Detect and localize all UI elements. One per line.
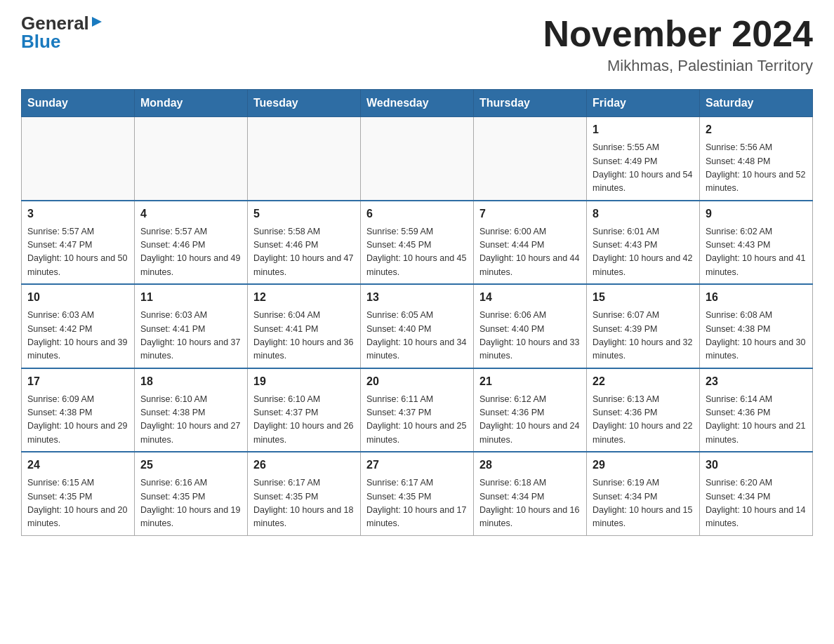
day-number: 6 bbox=[366, 206, 468, 222]
calendar-cell: 13Sunrise: 6:05 AM Sunset: 4:40 PM Dayli… bbox=[361, 284, 474, 368]
day-number: 1 bbox=[593, 121, 694, 138]
day-info: Sunrise: 6:19 AM Sunset: 4:34 PM Dayligh… bbox=[593, 476, 694, 531]
day-info: Sunrise: 6:00 AM Sunset: 4:44 PM Dayligh… bbox=[479, 225, 581, 280]
calendar-cell: 12Sunrise: 6:04 AM Sunset: 4:41 PM Dayli… bbox=[248, 284, 361, 368]
day-info: Sunrise: 6:06 AM Sunset: 4:40 PM Dayligh… bbox=[479, 309, 581, 363]
calendar-week-1: 1Sunrise: 5:55 AM Sunset: 4:49 PM Daylig… bbox=[22, 117, 813, 201]
calendar-cell: 27Sunrise: 6:17 AM Sunset: 4:35 PM Dayli… bbox=[361, 452, 474, 535]
day-number: 28 bbox=[479, 457, 581, 474]
day-number: 17 bbox=[27, 373, 128, 390]
day-number: 30 bbox=[706, 457, 807, 474]
day-number: 7 bbox=[479, 206, 581, 222]
calendar-cell: 7Sunrise: 6:00 AM Sunset: 4:44 PM Daylig… bbox=[474, 201, 587, 285]
calendar-cell: 26Sunrise: 6:17 AM Sunset: 4:35 PM Dayli… bbox=[248, 452, 361, 535]
day-info: Sunrise: 5:55 AM Sunset: 4:49 PM Dayligh… bbox=[593, 141, 694, 196]
day-info: Sunrise: 6:07 AM Sunset: 4:39 PM Dayligh… bbox=[593, 309, 694, 363]
calendar-cell: 14Sunrise: 6:06 AM Sunset: 4:40 PM Dayli… bbox=[474, 284, 587, 368]
header-sunday: Sunday bbox=[22, 90, 135, 117]
day-info: Sunrise: 6:13 AM Sunset: 4:36 PM Dayligh… bbox=[593, 393, 694, 448]
calendar-cell: 2Sunrise: 5:56 AM Sunset: 4:48 PM Daylig… bbox=[700, 117, 813, 201]
calendar-table: SundayMondayTuesdayWednesdayThursdayFrid… bbox=[21, 89, 813, 536]
calendar-cell: 18Sunrise: 6:10 AM Sunset: 4:38 PM Dayli… bbox=[135, 368, 248, 452]
calendar-cell: 30Sunrise: 6:20 AM Sunset: 4:34 PM Dayli… bbox=[700, 452, 813, 535]
day-info: Sunrise: 6:12 AM Sunset: 4:36 PM Dayligh… bbox=[479, 393, 581, 448]
sub-title: Mikhmas, Palestinian Territory bbox=[543, 57, 813, 75]
calendar-cell: 23Sunrise: 6:14 AM Sunset: 4:36 PM Dayli… bbox=[700, 368, 813, 452]
day-info: Sunrise: 6:01 AM Sunset: 4:43 PM Dayligh… bbox=[593, 225, 694, 280]
calendar-cell: 25Sunrise: 6:16 AM Sunset: 4:35 PM Dayli… bbox=[135, 452, 248, 535]
calendar-cell: 8Sunrise: 6:01 AM Sunset: 4:43 PM Daylig… bbox=[587, 201, 700, 285]
calendar-cell: 1Sunrise: 5:55 AM Sunset: 4:49 PM Daylig… bbox=[587, 117, 700, 201]
day-number: 24 bbox=[27, 457, 128, 474]
logo-triangle-icon bbox=[91, 15, 103, 28]
header-wednesday: Wednesday bbox=[361, 90, 474, 117]
day-info: Sunrise: 5:57 AM Sunset: 4:47 PM Dayligh… bbox=[27, 225, 128, 280]
day-number: 27 bbox=[366, 457, 468, 474]
day-info: Sunrise: 6:11 AM Sunset: 4:37 PM Dayligh… bbox=[366, 393, 468, 448]
logo-blue-text: Blue bbox=[21, 32, 60, 51]
day-info: Sunrise: 6:17 AM Sunset: 4:35 PM Dayligh… bbox=[366, 476, 468, 531]
header-saturday: Saturday bbox=[700, 90, 813, 117]
day-number: 3 bbox=[27, 206, 128, 222]
calendar-cell: 10Sunrise: 6:03 AM Sunset: 4:42 PM Dayli… bbox=[22, 284, 135, 368]
calendar-cell bbox=[361, 117, 474, 201]
calendar-cell: 29Sunrise: 6:19 AM Sunset: 4:34 PM Dayli… bbox=[587, 452, 700, 535]
day-info: Sunrise: 5:56 AM Sunset: 4:48 PM Dayligh… bbox=[706, 141, 807, 196]
day-number: 13 bbox=[366, 289, 468, 306]
day-number: 21 bbox=[479, 373, 581, 390]
calendar-cell: 5Sunrise: 5:58 AM Sunset: 4:46 PM Daylig… bbox=[248, 201, 361, 285]
day-info: Sunrise: 6:17 AM Sunset: 4:35 PM Dayligh… bbox=[253, 476, 355, 531]
day-info: Sunrise: 6:04 AM Sunset: 4:41 PM Dayligh… bbox=[253, 309, 355, 363]
calendar-cell bbox=[474, 117, 587, 201]
calendar-week-4: 17Sunrise: 6:09 AM Sunset: 4:38 PM Dayli… bbox=[22, 368, 813, 452]
day-number: 5 bbox=[253, 206, 355, 222]
day-number: 29 bbox=[593, 457, 694, 474]
day-number: 16 bbox=[706, 289, 807, 306]
day-info: Sunrise: 5:59 AM Sunset: 4:45 PM Dayligh… bbox=[366, 225, 468, 280]
day-info: Sunrise: 6:10 AM Sunset: 4:37 PM Dayligh… bbox=[253, 393, 355, 448]
day-info: Sunrise: 6:02 AM Sunset: 4:43 PM Dayligh… bbox=[706, 225, 807, 280]
title-area: November 2024 Mikhmas, Palestinian Terri… bbox=[543, 14, 813, 75]
header-friday: Friday bbox=[587, 90, 700, 117]
day-info: Sunrise: 6:03 AM Sunset: 4:41 PM Dayligh… bbox=[140, 309, 241, 363]
day-info: Sunrise: 6:14 AM Sunset: 4:36 PM Dayligh… bbox=[706, 393, 807, 448]
header-tuesday: Tuesday bbox=[248, 90, 361, 117]
day-info: Sunrise: 5:58 AM Sunset: 4:46 PM Dayligh… bbox=[253, 225, 355, 280]
day-number: 2 bbox=[706, 121, 807, 138]
logo-general-text: General bbox=[21, 14, 89, 32]
calendar-cell: 20Sunrise: 6:11 AM Sunset: 4:37 PM Dayli… bbox=[361, 368, 474, 452]
day-number: 26 bbox=[253, 457, 355, 474]
svg-marker-0 bbox=[92, 17, 102, 27]
day-number: 8 bbox=[593, 206, 694, 222]
calendar-cell: 28Sunrise: 6:18 AM Sunset: 4:34 PM Dayli… bbox=[474, 452, 587, 535]
calendar-week-5: 24Sunrise: 6:15 AM Sunset: 4:35 PM Dayli… bbox=[22, 452, 813, 535]
day-number: 25 bbox=[140, 457, 241, 474]
day-info: Sunrise: 6:08 AM Sunset: 4:38 PM Dayligh… bbox=[706, 309, 807, 363]
calendar-week-3: 10Sunrise: 6:03 AM Sunset: 4:42 PM Dayli… bbox=[22, 284, 813, 368]
calendar-week-2: 3Sunrise: 5:57 AM Sunset: 4:47 PM Daylig… bbox=[22, 201, 813, 285]
header: General Blue November 2024 Mikhmas, Pale… bbox=[21, 14, 813, 75]
calendar-cell: 19Sunrise: 6:10 AM Sunset: 4:37 PM Dayli… bbox=[248, 368, 361, 452]
day-number: 19 bbox=[253, 373, 355, 390]
header-monday: Monday bbox=[135, 90, 248, 117]
day-info: Sunrise: 6:05 AM Sunset: 4:40 PM Dayligh… bbox=[366, 309, 468, 363]
day-info: Sunrise: 6:09 AM Sunset: 4:38 PM Dayligh… bbox=[27, 393, 128, 448]
calendar-cell: 6Sunrise: 5:59 AM Sunset: 4:45 PM Daylig… bbox=[361, 201, 474, 285]
day-number: 18 bbox=[140, 373, 241, 390]
day-number: 23 bbox=[706, 373, 807, 390]
calendar-cell: 24Sunrise: 6:15 AM Sunset: 4:35 PM Dayli… bbox=[22, 452, 135, 535]
day-info: Sunrise: 6:10 AM Sunset: 4:38 PM Dayligh… bbox=[140, 393, 241, 448]
calendar-cell: 15Sunrise: 6:07 AM Sunset: 4:39 PM Dayli… bbox=[587, 284, 700, 368]
day-info: Sunrise: 5:57 AM Sunset: 4:46 PM Dayligh… bbox=[140, 225, 241, 280]
day-number: 15 bbox=[593, 289, 694, 306]
day-info: Sunrise: 6:18 AM Sunset: 4:34 PM Dayligh… bbox=[479, 476, 581, 531]
header-thursday: Thursday bbox=[474, 90, 587, 117]
calendar-cell: 16Sunrise: 6:08 AM Sunset: 4:38 PM Dayli… bbox=[700, 284, 813, 368]
day-info: Sunrise: 6:15 AM Sunset: 4:35 PM Dayligh… bbox=[27, 476, 128, 531]
main-title: November 2024 bbox=[543, 14, 813, 54]
day-number: 11 bbox=[140, 289, 241, 306]
calendar-cell: 21Sunrise: 6:12 AM Sunset: 4:36 PM Dayli… bbox=[474, 368, 587, 452]
day-number: 4 bbox=[140, 206, 241, 222]
day-number: 10 bbox=[27, 289, 128, 306]
calendar-cell: 4Sunrise: 5:57 AM Sunset: 4:46 PM Daylig… bbox=[135, 201, 248, 285]
